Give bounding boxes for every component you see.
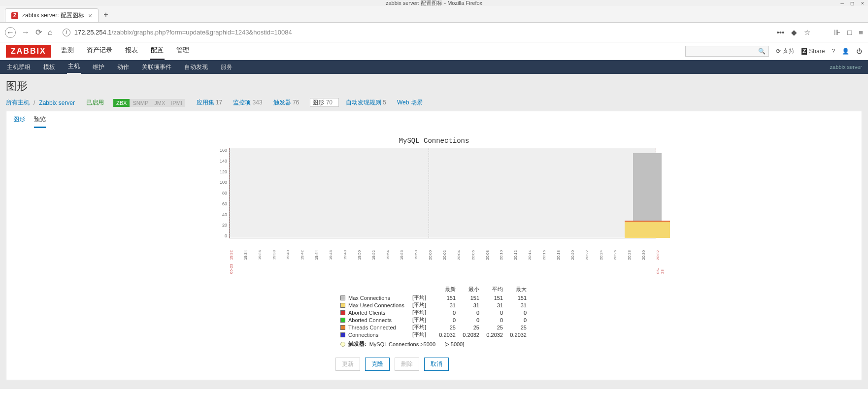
swatch-icon	[340, 303, 345, 308]
hamburger-menu-icon[interactable]: ≡	[859, 28, 863, 36]
tab-close-icon[interactable]: ×	[88, 12, 92, 20]
main-nav-管理[interactable]: 管理	[175, 42, 190, 60]
y-axis: 160140120100806040200	[212, 148, 229, 238]
breadcrumb-server[interactable]: Zabbix server	[39, 99, 75, 106]
window-close-icon[interactable]: ×	[861, 0, 864, 6]
new-tab-button[interactable]: +	[99, 7, 113, 22]
help-icon[interactable]: ?	[832, 48, 835, 55]
url-actions: ••• ◆ ☆ ⊪ □ ≡	[776, 28, 863, 37]
sub-nav-模板[interactable]: 模板	[42, 61, 56, 74]
window-title: zabbix server: 配置图标 - Mozilla Firefox	[386, 0, 482, 7]
main-nav: 监测资产记录报表配置管理	[60, 42, 190, 60]
main-nav-配置[interactable]: 配置	[150, 42, 165, 60]
library-icon[interactable]: ⊪	[834, 28, 840, 37]
sidebar-panel-icon[interactable]: □	[847, 28, 852, 36]
sub-nav-主机[interactable]: 主机	[67, 60, 81, 74]
page-title: 图形	[6, 79, 862, 94]
power-icon[interactable]: ⏻	[856, 48, 862, 55]
plot-box	[229, 148, 656, 238]
main-nav-监测[interactable]: 监测	[60, 42, 75, 60]
legend-Threads-Connected: Threads Connected[平均]25252525	[340, 324, 528, 331]
card-tabs: 图形预览	[6, 111, 862, 128]
favicon-icon: Z	[11, 12, 18, 19]
trigger-circle-icon	[340, 342, 345, 347]
tab-title: zabbix server: 配置图标	[22, 11, 84, 20]
back-icon[interactable]: ←	[5, 27, 16, 38]
reader-icon[interactable]: ◆	[791, 28, 797, 37]
browser-tab-strip: Z zabbix server: 配置图标 × +	[0, 6, 868, 23]
sub-nav-right: zabbix server	[830, 64, 862, 70]
filter-图形[interactable]: 图形 70	[310, 98, 339, 107]
sub-nav-主机群组[interactable]: 主机群组	[6, 61, 32, 74]
search-input[interactable]: 🔍	[685, 46, 769, 57]
badge-IPMI: IPMI	[168, 99, 185, 107]
legend-Max-Connections: Max Connections[平均]151151151151	[340, 294, 528, 301]
update-button: 更新	[335, 358, 360, 371]
chart-title: MySQL Connections	[212, 137, 656, 145]
browser-nav-bar: ← → ⟳ ⌂ i 172.25.254.1/zabbix/graphs.php…	[0, 23, 868, 42]
legend-Aborted-Clients: Aborted Clients[平均]0000	[340, 309, 528, 316]
search-icon: 🔍	[758, 48, 766, 55]
more-icon[interactable]: •••	[776, 28, 784, 36]
sub-nav: 主机群组模板主机维护动作关联项事件自动发现服务zabbix server	[0, 60, 868, 74]
x-axis: 19:3219:3419:3619:3819:4019:4219:4419:46…	[229, 246, 656, 271]
button-row: 更新 克隆 删除 取消	[335, 358, 656, 371]
swatch-icon	[340, 295, 345, 300]
sub-nav-自动发现[interactable]: 自动发现	[183, 61, 209, 74]
filter-触发器[interactable]: 触发器	[273, 99, 291, 106]
sub-nav-动作[interactable]: 动作	[116, 61, 130, 74]
badge-SNMP: SNMP	[130, 99, 151, 107]
swatch-icon	[340, 332, 345, 337]
content-card: 图形预览 MySQL Connections 16014012010080604…	[6, 111, 862, 380]
filter-监控项[interactable]: 监控项	[233, 99, 251, 106]
desktop-title-bar: zabbix server: 配置图标 - Mozilla Firefox — …	[0, 0, 868, 6]
browser-tab[interactable]: Z zabbix server: 配置图标 ×	[5, 8, 99, 22]
legend-header: 最新最小平均最大	[340, 286, 528, 293]
card-tab-图形[interactable]: 图形	[13, 115, 25, 128]
chart-plot: 160140120100806040200	[212, 148, 656, 246]
url-host: 172.25.254.1	[74, 29, 112, 36]
trigger-row: 触发器: MySQL Connections >5000 [> 5000]	[340, 340, 528, 348]
bar-max-used-connections	[625, 221, 670, 238]
legend-Connections: Connections[平均]0.20320.20320.20320.2032	[340, 331, 528, 338]
window-minimize-icon[interactable]: —	[840, 0, 844, 6]
badge-JMX: JMX	[151, 99, 168, 107]
sub-nav-关联项事件[interactable]: 关联项事件	[141, 61, 172, 74]
user-icon[interactable]: 👤	[842, 48, 849, 55]
delete-button: 删除	[395, 358, 419, 371]
bookmark-star-icon[interactable]: ☆	[804, 28, 810, 37]
status-enabled: 已启用	[86, 98, 104, 107]
zabbix-top-nav: ZABBIX 监测资产记录报表配置管理 🔍 ⟳ 支持 Z Share ? 👤 ⏻	[0, 42, 868, 60]
sub-nav-服务[interactable]: 服务	[220, 61, 234, 74]
site-info-icon[interactable]: i	[63, 29, 70, 36]
breadcrumb-all-hosts[interactable]: 所有主机	[6, 98, 30, 107]
swatch-icon	[340, 310, 345, 315]
main-nav-资产记录[interactable]: 资产记录	[86, 42, 113, 60]
home-icon[interactable]: ⌂	[48, 28, 53, 37]
swatch-icon	[340, 325, 345, 330]
chart-area: MySQL Connections 160140120100806040200 …	[212, 137, 656, 371]
legend: 最新最小平均最大 Max Connections[平均]151151151151…	[340, 286, 528, 348]
filter-应用集[interactable]: 应用集	[197, 99, 214, 106]
card-tab-预览[interactable]: 预览	[34, 115, 46, 128]
support-link[interactable]: ⟳ 支持	[776, 47, 795, 55]
filter-Web 场景[interactable]: Web 场景	[397, 99, 423, 106]
reload-icon[interactable]: ⟳	[35, 28, 42, 37]
legend-Max-Used-Connections: Max Used Connections[平均]31313131	[340, 301, 528, 309]
clone-button[interactable]: 克隆	[365, 358, 390, 371]
breadcrumb-filter-row: 所有主机 / Zabbix server 已启用 ZBXSNMPJMXIPMI …	[6, 98, 862, 107]
page-content: 图形 所有主机 / Zabbix server 已启用 ZBXSNMPJMXIP…	[0, 74, 868, 389]
url-bar[interactable]: i 172.25.254.1/zabbix/graphs.php?form=up…	[59, 27, 771, 38]
share-link[interactable]: Z Share	[801, 48, 825, 55]
zabbix-logo[interactable]: ZABBIX	[6, 45, 51, 58]
cancel-button[interactable]: 取消	[424, 358, 449, 371]
window-maximize-icon[interactable]: □	[851, 0, 854, 6]
badge-ZBX: ZBX	[113, 99, 130, 107]
forward-icon[interactable]: →	[22, 28, 30, 37]
legend-Aborted-Connects: Aborted Connects[平均]0000	[340, 316, 528, 324]
url-path: /zabbix/graphs.php?form=update&graphid=1…	[112, 29, 292, 36]
sub-nav-维护[interactable]: 维护	[92, 61, 105, 74]
swatch-icon	[340, 318, 345, 323]
filter-自动发现规则[interactable]: 自动发现规则	[346, 99, 381, 106]
main-nav-报表[interactable]: 报表	[124, 42, 139, 60]
